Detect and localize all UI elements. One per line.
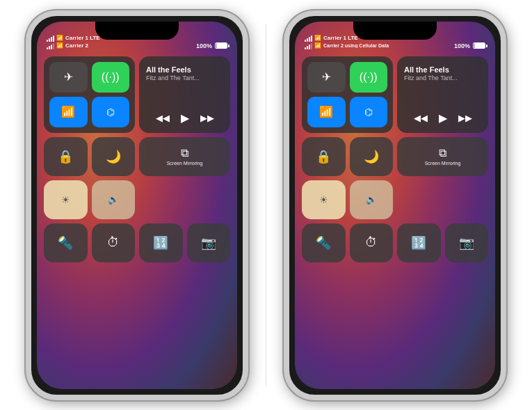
carrier2-line: 📶 Carrier 2 <box>47 42 100 49</box>
wifi-btn-1[interactable]: 📶 <box>49 97 88 127</box>
volume-btn-2[interactable]: 🔉 <box>350 180 394 219</box>
mirror-label-1: Screen Mirroring <box>167 161 203 166</box>
timer-btn-2[interactable]: ⏱ <box>350 223 394 262</box>
media-widget-2: All the Feels Fitz and The Tant... ◀◀ ▶ … <box>397 56 488 133</box>
calc-icon-1: 🔢 <box>153 235 168 251</box>
wifi-btn-2[interactable]: 📶 <box>307 97 346 127</box>
phone-1-screen: 📶 Carrier 1 LTE 📶 Carrier 2 100% <box>37 22 237 389</box>
media-subtitle-1: Fitz and The Tant... <box>146 74 223 81</box>
control-center-1: ✈ ((·)) 📶 ⌬ <box>44 56 230 262</box>
battery-percent-2: 100% <box>454 42 470 49</box>
lock-btn-1[interactable]: 🔒 <box>44 137 88 176</box>
lock-icon-2: 🔒 <box>316 149 331 164</box>
media-subtitle-2: Fitz and The Tant... <box>404 74 481 81</box>
carrier1-line: 📶 Carrier 1 LTE <box>47 35 100 42</box>
airplane-btn-2[interactable]: ✈ <box>307 62 346 93</box>
airplane-icon-2: ✈ <box>322 70 331 84</box>
carrier1-text-2: Carrier 1 LTE <box>323 35 358 41</box>
data-icon-2: 📶 <box>314 42 321 49</box>
media-widget-1: All the Feels Fitz and The Tant... ◀◀ ▶ … <box>139 56 230 133</box>
flashlight-btn-1[interactable]: 🔦 <box>44 223 88 262</box>
media-info-2: All the Feels Fitz and The Tant... <box>404 65 481 81</box>
phone-2-notch <box>353 22 437 40</box>
timer-icon-1: ⏱ <box>107 235 120 250</box>
lock-btn-2[interactable]: 🔒 <box>302 137 346 176</box>
signal-bars-1 <box>47 35 54 42</box>
phone-1-notch <box>95 22 179 40</box>
airplane-btn-1[interactable]: ✈ <box>49 62 88 93</box>
calc-btn-2[interactable]: 🔢 <box>397 223 441 262</box>
camera-btn-1[interactable]: 📷 <box>187 223 231 262</box>
cellular-icon-1: ((·)) <box>102 71 120 84</box>
media-title-2: All the Feels <box>404 65 481 74</box>
calc-btn-1[interactable]: 🔢 <box>139 223 183 262</box>
volume-icon-1: 🔉 <box>108 194 119 205</box>
cellular-btn-1[interactable]: ((·)) <box>92 62 130 93</box>
moon-btn-2[interactable]: 🌙 <box>350 137 394 176</box>
mirror-btn-2[interactable]: ⧉ Screen Mirroring <box>397 137 488 176</box>
wifi-icon-1: 📶 <box>56 42 63 49</box>
lte-label-2: 📶 <box>314 35 321 41</box>
lock-icon-1: 🔒 <box>58 149 73 164</box>
next-btn-1[interactable]: ▶▶ <box>200 113 214 123</box>
phone-1: 📶 Carrier 1 LTE 📶 Carrier 2 100% <box>26 10 248 400</box>
cellular-btn-2[interactable]: ((·)) <box>350 62 388 93</box>
brightness-icon-1: ☀ <box>61 194 70 205</box>
camera-icon-1: 📷 <box>201 235 216 251</box>
cellular-icon-2: ((·)) <box>360 71 378 84</box>
camera-icon-2: 📷 <box>459 235 474 251</box>
bluetooth-btn-1[interactable]: ⌬ <box>92 97 130 127</box>
wifi-btn-icon-1: 📶 <box>61 105 75 118</box>
camera-btn-2[interactable]: 📷 <box>445 223 489 262</box>
carrier2-line-2: 📶 Carrier 2 using Cellular Data <box>305 42 389 49</box>
mirror-btn-1[interactable]: ⧉ Screen Mirroring <box>139 137 230 176</box>
phone-1-frame: 📶 Carrier 1 LTE 📶 Carrier 2 100% <box>26 10 248 400</box>
media-controls-1: ◀◀ ▶ ▶▶ <box>146 111 223 125</box>
mirror-icon-1: ⧉ <box>181 147 188 159</box>
moon-icon-2: 🌙 <box>364 149 379 164</box>
flashlight-btn-2[interactable]: 🔦 <box>302 223 346 262</box>
brightness-icon-2: ☀ <box>319 194 328 205</box>
brightness-btn-2[interactable]: ☀ <box>302 180 346 219</box>
flashlight-icon-2: 🔦 <box>316 235 331 251</box>
media-info-1: All the Feels Fitz and The Tant... <box>146 65 223 81</box>
network-tile-2: ✈ ((·)) 📶 ⌬ <box>302 56 393 133</box>
signal-bars-3 <box>305 35 312 42</box>
next-btn-2[interactable]: ▶▶ <box>458 113 472 123</box>
mirror-icon-2: ⧉ <box>439 147 446 159</box>
volume-btn-1[interactable]: 🔉 <box>92 180 136 219</box>
bluetooth-icon-2: ⌬ <box>364 107 373 118</box>
signal-bars-4 <box>305 42 312 49</box>
play-btn-2[interactable]: ▶ <box>439 111 447 125</box>
battery-icon-1 <box>215 42 227 49</box>
battery-percent-1: 100% <box>196 42 212 49</box>
prev-btn-2[interactable]: ◀◀ <box>414 113 428 123</box>
control-center-2: ✈ ((·)) 📶 ⌬ <box>302 56 488 262</box>
network-tile-1: ✈ ((·)) 📶 ⌬ <box>44 56 135 133</box>
carrier1-text: Carrier 1 LTE <box>65 35 100 41</box>
phone-1-bg: 📶 Carrier 1 LTE 📶 Carrier 2 100% <box>37 22 237 389</box>
timer-icon-2: ⏱ <box>365 235 378 250</box>
battery-icon-2 <box>473 42 485 49</box>
phone-2-frame: 📶 Carrier 1 LTE 📶 Carrier 2 using Cellul… <box>284 10 506 400</box>
moon-btn-1[interactable]: 🌙 <box>92 137 136 176</box>
bluetooth-btn-2[interactable]: ⌬ <box>350 97 388 127</box>
battery-fill-1 <box>216 43 227 48</box>
brightness-btn-1[interactable]: ☀ <box>44 180 88 219</box>
prev-btn-1[interactable]: ◀◀ <box>156 113 170 123</box>
wifi-btn-icon-2: 📶 <box>319 105 333 118</box>
moon-icon-1: 🌙 <box>106 149 121 164</box>
phone-2: 📶 Carrier 1 LTE 📶 Carrier 2 using Cellul… <box>284 10 506 400</box>
signal-bars-2 <box>47 42 54 49</box>
bluetooth-icon-1: ⌬ <box>106 107 115 118</box>
status-left-1: 📶 Carrier 1 LTE 📶 Carrier 2 <box>47 35 100 49</box>
mirror-label-2: Screen Mirroring <box>425 161 461 166</box>
flashlight-icon-1: 🔦 <box>58 235 73 251</box>
carrier2-text-2: Carrier 2 using Cellular Data <box>323 43 389 48</box>
media-title-1: All the Feels <box>146 65 223 74</box>
timer-btn-1[interactable]: ⏱ <box>92 223 136 262</box>
lte-label-1: 📶 <box>56 35 63 41</box>
play-btn-1[interactable]: ▶ <box>181 111 189 125</box>
carrier2-text: Carrier 2 <box>65 42 88 49</box>
calc-icon-2: 🔢 <box>411 235 426 251</box>
